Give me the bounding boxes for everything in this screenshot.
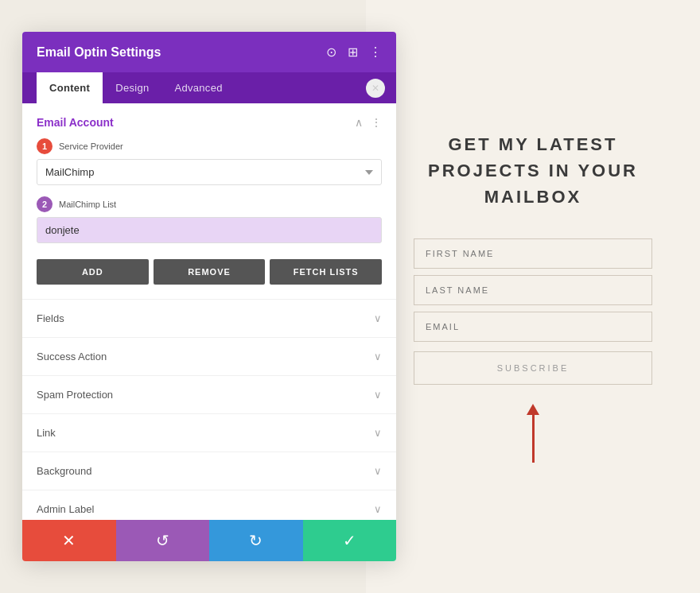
subscribe-button[interactable]: SUBSCRIBE	[414, 351, 652, 385]
success-action-chevron-icon: ∨	[374, 351, 382, 362]
confirm-button[interactable]: ✓	[303, 520, 397, 561]
email-account-title: Email Account	[37, 116, 114, 129]
action-buttons: ADD REMOVE FETCH LISTS	[22, 254, 396, 299]
link-chevron-icon: ∨	[374, 427, 382, 439]
tab-content[interactable]: Content	[37, 72, 103, 103]
undo-button[interactable]: ↺	[116, 520, 210, 561]
last-name-field[interactable]	[414, 275, 652, 305]
mailchimp-list-input[interactable]	[37, 217, 382, 243]
link-label: Link	[37, 427, 56, 439]
fetch-lists-button[interactable]: FETCH LISTS	[270, 259, 382, 285]
right-panel-title: GET MY LATESTPROJECTS IN YOURMAILBOX	[428, 131, 638, 210]
grid-icon[interactable]: ⊞	[348, 45, 358, 60]
spam-protection-chevron-icon: ∨	[374, 389, 382, 401]
fields-chevron-icon: ∨	[374, 312, 382, 324]
spam-protection-label: Spam Protection	[37, 389, 113, 401]
tab-advanced[interactable]: Advanced	[161, 72, 235, 103]
section-header-icons: ∧ ⋮	[355, 116, 382, 129]
add-button[interactable]: ADD	[37, 259, 149, 285]
arrow-up-indicator	[527, 404, 539, 463]
redo-button[interactable]: ↻	[209, 520, 303, 561]
mailchimp-list-group: 2 MailChimp List	[22, 196, 396, 254]
collapse-icon[interactable]: ∧	[355, 116, 363, 129]
section-more-icon[interactable]: ⋮	[371, 116, 382, 129]
background-label: Background	[37, 465, 91, 477]
background-section[interactable]: Background ∨	[22, 452, 396, 490]
fields-label: Fields	[37, 312, 64, 324]
tab-close-button[interactable]: ✕	[366, 79, 385, 98]
card-content: Email Account ∧ ⋮ 1 Service Provider Mai…	[22, 103, 396, 520]
card-header-title: Email Optin Settings	[37, 45, 161, 60]
badge-2: 2	[37, 196, 52, 212]
fields-section[interactable]: Fields ∨	[22, 299, 396, 337]
background-chevron-icon: ∨	[374, 465, 382, 477]
card-header: Email Optin Settings ⊙ ⊞ ⋮	[22, 32, 396, 72]
target-icon[interactable]: ⊙	[326, 45, 336, 60]
admin-label-chevron-icon: ∨	[374, 503, 382, 515]
success-action-section[interactable]: Success Action ∨	[22, 337, 396, 375]
mailchimp-list-label: 2 MailChimp List	[37, 196, 382, 212]
link-section[interactable]: Link ∨	[22, 413, 396, 452]
admin-label-text: Admin Label	[37, 503, 94, 515]
admin-label-section[interactable]: Admin Label ∨	[22, 490, 396, 520]
cancel-button[interactable]: ✕	[22, 520, 116, 561]
mailchimp-list-label-text: MailChimp List	[59, 200, 116, 209]
service-provider-label: 1 Service Provider	[37, 138, 382, 154]
service-provider-group: 1 Service Provider MailChimp AWeber GetR…	[22, 138, 396, 196]
more-icon[interactable]: ⋮	[369, 45, 382, 60]
card-footer: ✕ ↺ ↻ ✓	[22, 520, 396, 561]
email-field[interactable]	[414, 312, 652, 342]
arrow-line-icon	[532, 415, 535, 463]
service-provider-select[interactable]: MailChimp AWeber GetResponse ActiveCampa…	[37, 159, 382, 185]
arrow-head-icon	[527, 404, 539, 415]
badge-1: 1	[37, 138, 52, 154]
settings-card: Email Optin Settings ⊙ ⊞ ⋮ Content Desig…	[22, 32, 396, 561]
card-tabs: Content Design Advanced ✕	[22, 72, 396, 103]
spam-protection-section[interactable]: Spam Protection ∨	[22, 375, 396, 413]
success-action-label: Success Action	[37, 351, 107, 362]
first-name-field[interactable]	[414, 238, 652, 269]
tab-design[interactable]: Design	[103, 72, 161, 103]
right-panel: GET MY LATESTPROJECTS IN YOURMAILBOX SUB…	[366, 0, 700, 593]
subscription-form: SUBSCRIBE	[414, 238, 652, 385]
service-provider-label-text: Service Provider	[59, 141, 123, 151]
remove-button[interactable]: REMOVE	[154, 259, 266, 285]
email-account-section-header: Email Account ∧ ⋮	[22, 103, 396, 138]
header-icons: ⊙ ⊞ ⋮	[326, 45, 382, 60]
